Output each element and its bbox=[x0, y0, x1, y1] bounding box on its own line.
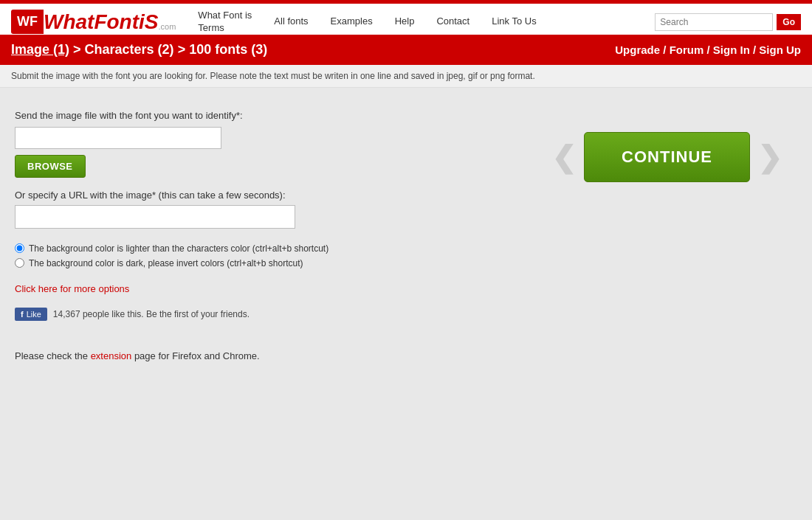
search-input[interactable] bbox=[655, 13, 773, 31]
header: WF WhatFontiS .com What Font isTerms All… bbox=[0, 4, 812, 35]
subtitle-bar: Submit the image with the font you are l… bbox=[0, 65, 812, 88]
signup-link[interactable]: Sign Up bbox=[759, 44, 801, 56]
main-content: Send the image file with the font you wa… bbox=[0, 88, 812, 457]
logo-text: WhatFontiS bbox=[44, 10, 159, 34]
radio-light-bg-label: The background color is lighter than the… bbox=[29, 243, 328, 254]
radio-dark-bg-input[interactable] bbox=[15, 258, 24, 268]
extension-note: Please check the extension page for Fire… bbox=[15, 350, 458, 361]
radio-dark-bg: The background color is dark, please inv… bbox=[15, 258, 458, 268]
url-input[interactable] bbox=[15, 205, 295, 229]
radio-light-bg: The background color is lighter than the… bbox=[15, 243, 458, 254]
continue-area: ❮ CONTINUE ❯ bbox=[551, 132, 782, 182]
radio-dark-bg-label: The background color is dark, please inv… bbox=[29, 258, 303, 268]
more-options-link[interactable]: Click here for more options bbox=[15, 283, 129, 294]
main-nav: What Font isTerms All fonts Examples Hel… bbox=[198, 10, 655, 35]
facebook-like-button[interactable]: f Like bbox=[15, 308, 47, 321]
nav-examples[interactable]: Examples bbox=[331, 15, 373, 28]
facebook-icon: f bbox=[21, 310, 24, 319]
logo: WF WhatFontiS .com bbox=[11, 10, 176, 34]
nav-all-fonts[interactable]: All fonts bbox=[274, 15, 308, 28]
breadcrumb: Image (1) > Characters (2) > 100 fonts (… bbox=[11, 42, 267, 58]
forum-link[interactable]: Forum bbox=[670, 44, 704, 56]
nav-help[interactable]: Help bbox=[395, 15, 415, 28]
nav-what-font-is[interactable]: What Font isTerms bbox=[198, 10, 252, 35]
browse-button[interactable]: BROWSE bbox=[15, 155, 86, 178]
extension-text-after: page for Firefox and Chrome. bbox=[131, 350, 259, 361]
signin-link[interactable]: Sign In bbox=[713, 44, 750, 56]
facebook-count-text: 14,367 people like this. Be the first of… bbox=[53, 309, 250, 319]
subtitle-text: Submit the image with the font you are l… bbox=[11, 71, 535, 81]
header-search-area: Go bbox=[655, 13, 801, 31]
file-path-input[interactable] bbox=[15, 127, 221, 149]
logo-dotcom: .com bbox=[159, 22, 176, 31]
breadcrumb-sep2: > bbox=[178, 42, 190, 57]
facebook-like-label: Like bbox=[27, 310, 41, 319]
radio-light-bg-input[interactable] bbox=[15, 243, 24, 253]
upload-form: Send the image file with the font you wa… bbox=[15, 110, 458, 361]
extension-link[interactable]: extension bbox=[91, 350, 132, 361]
breadcrumb-step1[interactable]: Image (1) bbox=[11, 42, 69, 57]
breadcrumb-right: Upgrade / Forum / Sign In / Sign Up bbox=[615, 44, 801, 56]
nav-contact[interactable]: Contact bbox=[436, 15, 469, 28]
extension-text-before: Please check the bbox=[15, 350, 91, 361]
go-button[interactable]: Go bbox=[777, 14, 801, 30]
breadcrumb-step2: Characters (2) bbox=[85, 42, 174, 57]
logo-wf: WF bbox=[11, 10, 44, 34]
upgrade-link[interactable]: Upgrade bbox=[615, 44, 660, 56]
breadcrumb-step3: 100 fonts (3) bbox=[189, 42, 267, 57]
chevron-left-icon: ❮ bbox=[551, 140, 577, 174]
url-field-label: Or specify a URL with the image* (this c… bbox=[15, 190, 458, 201]
breadcrumb-sep1: > bbox=[73, 42, 85, 57]
breadcrumb-bar: Image (1) > Characters (2) > 100 fonts (… bbox=[0, 35, 812, 65]
chevron-right-icon: ❯ bbox=[757, 140, 782, 174]
continue-button[interactable]: CONTINUE bbox=[584, 132, 750, 182]
facebook-section: f Like 14,367 people like this. Be the f… bbox=[15, 308, 458, 321]
nav-link-to-us[interactable]: Link To Us bbox=[492, 15, 536, 28]
color-options: The background color is lighter than the… bbox=[15, 243, 458, 268]
file-field-label: Send the image file with the font you wa… bbox=[15, 110, 458, 121]
